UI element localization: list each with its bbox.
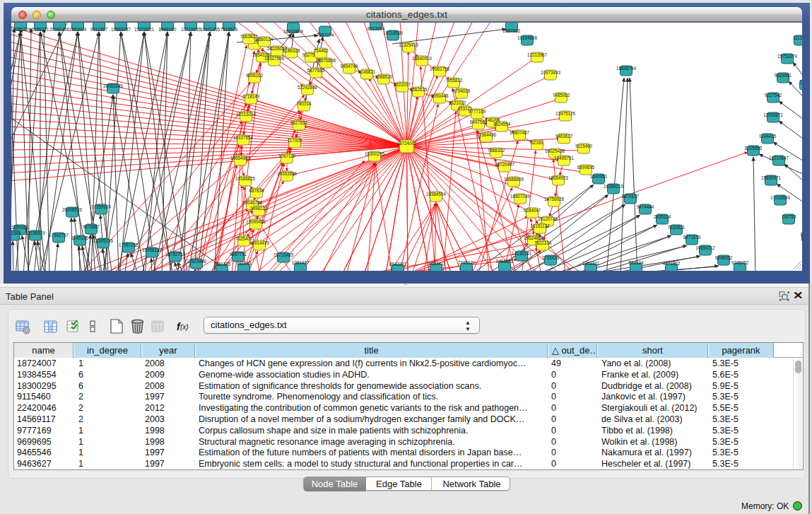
svg-text:9464551: 9464551 <box>496 259 514 264</box>
svg-text:12213967: 12213967 <box>527 52 548 57</box>
svg-text:6879197: 6879197 <box>622 194 640 199</box>
svg-text:16033809: 16033809 <box>283 29 304 34</box>
svg-text:8860124: 8860124 <box>256 37 273 42</box>
svg-text:9474444: 9474444 <box>637 204 654 209</box>
svg-text:1588520: 1588520 <box>375 74 393 79</box>
svg-text:19389215: 19389215 <box>604 184 624 189</box>
svg-text:19958127: 19958127 <box>142 247 163 252</box>
svg-text:3267110: 3267110 <box>278 153 296 158</box>
svg-text:62160: 62160 <box>531 140 543 145</box>
svg-text:19654923: 19654923 <box>548 175 569 180</box>
svg-text:12156829: 12156829 <box>25 230 46 235</box>
svg-text:20053346: 20053346 <box>103 83 124 88</box>
svg-text:9777169: 9777169 <box>469 109 486 114</box>
svg-text:8322037: 8322037 <box>394 82 411 87</box>
svg-text:12505135: 12505135 <box>93 238 114 243</box>
svg-text:20091406: 20091406 <box>49 27 70 32</box>
svg-text:111243: 111243 <box>793 35 802 40</box>
svg-text:5877685: 5877685 <box>307 68 325 73</box>
svg-text:15692971: 15692971 <box>761 175 782 180</box>
svg-text:16640910: 16640910 <box>412 56 433 61</box>
svg-text:17359924: 17359924 <box>91 204 112 209</box>
svg-text:8471676: 8471676 <box>683 235 701 240</box>
svg-text:9156321: 9156321 <box>32 27 49 32</box>
svg-text:1640951: 1640951 <box>590 174 608 179</box>
svg-text:992143: 992143 <box>236 261 252 266</box>
svg-text:391584: 391584 <box>11 230 21 235</box>
svg-text:1203311: 1203311 <box>582 261 600 266</box>
svg-text:16151132: 16151132 <box>530 223 550 228</box>
svg-text:12093872: 12093872 <box>763 112 784 117</box>
svg-text:20364436: 20364436 <box>476 132 497 137</box>
svg-text:10719155: 10719155 <box>181 27 201 32</box>
svg-text:16210647: 16210647 <box>769 156 789 160</box>
svg-text:7745120: 7745120 <box>458 260 476 265</box>
svg-text:1850061: 1850061 <box>11 225 29 230</box>
svg-text:9012357: 9012357 <box>90 27 108 32</box>
svg-text:3624554: 3624554 <box>493 122 511 127</box>
svg-text:15716485: 15716485 <box>273 252 294 257</box>
svg-text:9284047: 9284047 <box>524 208 541 213</box>
svg-text:19166825: 19166825 <box>235 176 256 181</box>
svg-text:16971355: 16971355 <box>200 27 220 32</box>
svg-text:10961758: 10961758 <box>430 66 450 71</box>
svg-text:7881326: 7881326 <box>213 262 231 267</box>
svg-text:18807249: 18807249 <box>510 194 531 199</box>
svg-text:(x): (x) <box>180 323 189 331</box>
svg-text:2718149: 2718149 <box>242 94 260 99</box>
svg-text:9827552: 9827552 <box>290 120 308 125</box>
svg-text:9245052: 9245052 <box>731 260 749 265</box>
svg-text:1081437: 1081437 <box>292 260 310 265</box>
svg-text:14136141: 14136141 <box>512 251 532 256</box>
svg-text:9975867: 9975867 <box>83 224 100 229</box>
svg-text:203314: 203314 <box>800 232 802 237</box>
svg-text:17016504: 17016504 <box>770 195 791 200</box>
svg-text:1621022: 1621022 <box>449 100 466 105</box>
svg-text:9896162: 9896162 <box>246 73 264 78</box>
svg-text:1145195: 1145195 <box>71 235 89 240</box>
svg-text:9329961: 9329961 <box>775 73 792 78</box>
svg-text:16782759: 16782759 <box>165 252 186 257</box>
svg-text:6794028: 6794028 <box>453 88 471 93</box>
svg-text:19654963: 19654963 <box>230 156 251 160</box>
svg-text:9463627: 9463627 <box>555 134 573 139</box>
svg-text:15751074: 15751074 <box>777 54 798 59</box>
svg-text:8215955: 8215955 <box>745 146 763 151</box>
svg-text:14055724: 14055724 <box>11 27 30 32</box>
svg-text:1498222: 1498222 <box>250 206 268 211</box>
svg-text:16107554: 16107554 <box>233 135 254 140</box>
svg-text:11325419: 11325419 <box>399 42 418 47</box>
svg-text:754462: 754462 <box>313 48 329 53</box>
svg-text:52242848: 52242848 <box>298 85 318 90</box>
svg-text:887834: 887834 <box>249 188 264 193</box>
svg-text:10688609: 10688609 <box>504 177 524 182</box>
svg-text:553124: 553124 <box>628 260 644 265</box>
svg-text:15720407: 15720407 <box>495 162 515 167</box>
svg-text:6899695: 6899695 <box>577 165 595 170</box>
svg-text:10154808: 10154808 <box>517 35 538 40</box>
svg-text:16553287: 16553287 <box>111 27 131 32</box>
svg-text:18724007: 18724007 <box>396 141 417 146</box>
svg-text:1733426: 1733426 <box>542 255 560 260</box>
svg-text:13495751: 13495751 <box>554 156 575 160</box>
svg-text:7632621: 7632621 <box>668 225 686 230</box>
svg-text:16327508: 16327508 <box>264 56 285 61</box>
svg-text:28676808: 28676808 <box>316 58 336 63</box>
svg-text:19353506: 19353506 <box>277 171 298 176</box>
svg-text:10025438: 10025438 <box>545 148 565 153</box>
svg-text:19384554: 19384554 <box>426 192 447 197</box>
svg-text:16648764: 16648764 <box>616 66 637 71</box>
svg-text:6497568: 6497568 <box>470 119 488 124</box>
svg-text:12213314: 12213314 <box>236 112 257 117</box>
svg-text:7485063: 7485063 <box>553 93 570 98</box>
svg-text:10654112: 10654112 <box>695 245 715 250</box>
svg-text:117005: 117005 <box>288 138 302 143</box>
svg-text:11125: 11125 <box>800 80 802 85</box>
svg-text:10973493: 10973493 <box>541 70 561 75</box>
svg-text:2935114: 2935114 <box>654 214 671 219</box>
svg-text:18300295: 18300295 <box>365 151 385 156</box>
svg-text:1562615: 1562615 <box>410 87 428 92</box>
svg-text:4471862: 4471862 <box>663 261 681 266</box>
svg-text:9857791: 9857791 <box>230 252 247 257</box>
svg-text:20206526: 20206526 <box>62 207 83 212</box>
